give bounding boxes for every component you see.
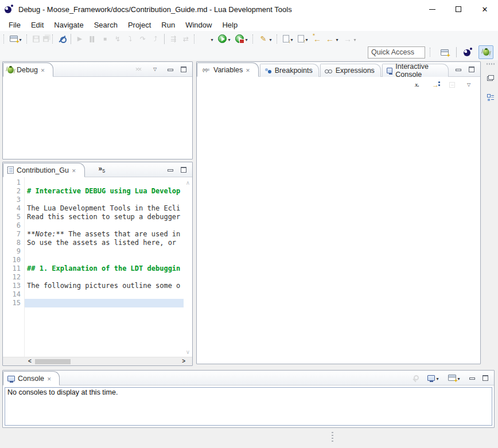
editor-vertical-scrollbar[interactable]	[184, 177, 192, 357]
display-selected-console-button[interactable]	[426, 372, 442, 384]
debug-dropdown-icon[interactable]	[209, 35, 215, 43]
scroll-up-icon[interactable]	[186, 178, 190, 186]
maximize-button[interactable]	[481, 372, 490, 384]
window-minimize-button[interactable]	[419, 0, 445, 18]
minimize-button[interactable]	[454, 63, 462, 76]
open-perspective-button[interactable]	[437, 45, 452, 59]
toolbar-separator	[71, 34, 71, 44]
next-annotation-button[interactable]	[281, 33, 296, 45]
code-line-current[interactable]	[25, 299, 192, 307]
step-return-button	[149, 33, 162, 45]
highlighter-dropdown-icon[interactable]	[268, 35, 273, 43]
scroll-left-icon[interactable]	[28, 358, 32, 364]
new-wizard-button[interactable]	[8, 33, 25, 45]
debug-icon	[200, 34, 209, 44]
show-logical-structures-button[interactable]	[429, 79, 442, 91]
minimize-button[interactable]	[166, 163, 174, 176]
code-area[interactable]: # Interactive DEBUG using Lua DevelopThe…	[25, 177, 192, 357]
close-icon[interactable]	[41, 66, 45, 74]
maximize-button[interactable]	[179, 163, 188, 176]
open-console-icon	[448, 375, 456, 381]
scroll-right-icon[interactable]	[182, 358, 185, 364]
window-close-button[interactable]	[472, 0, 498, 18]
view-menu-button[interactable]	[149, 63, 161, 76]
code-segment: # Interactive DEBUG using Lua Develop	[27, 187, 180, 195]
close-icon[interactable]	[72, 166, 76, 174]
menu-navigate[interactable]: Navigate	[49, 20, 88, 30]
code-line[interactable]: # Interactive DEBUG using Lua Develop	[25, 187, 192, 196]
menu-run[interactable]: Run	[156, 20, 180, 30]
scroll-down-icon[interactable]	[186, 348, 190, 356]
tab-contribution-guide[interactable]: Contribution_Gu	[3, 163, 85, 177]
menu-file[interactable]: File	[3, 20, 26, 30]
code-line[interactable]	[25, 178, 192, 187]
close-icon[interactable]	[47, 375, 52, 383]
tab-variables[interactable]: Variables	[197, 63, 259, 77]
menu-project[interactable]: Project	[123, 20, 156, 30]
minimize-icon	[429, 9, 435, 10]
highlighter-button[interactable]	[257, 33, 275, 45]
code-line[interactable]	[25, 221, 192, 230]
previous-annotation-button[interactable]	[296, 33, 311, 45]
minimize-button[interactable]	[166, 63, 174, 76]
open-console-button[interactable]	[446, 372, 463, 384]
last-edit-location-button[interactable]	[311, 33, 324, 45]
window-maximize-button[interactable]	[445, 0, 472, 18]
scrollbar-thumb[interactable]	[35, 359, 71, 364]
code-line[interactable]	[25, 247, 192, 256]
editor-body[interactable]: 123456789101112131415 # Interactive DEBU…	[3, 177, 192, 357]
run-dropdown-icon[interactable]	[227, 35, 232, 43]
view-menu-button[interactable]	[462, 79, 475, 91]
code-line[interactable]	[25, 196, 192, 204]
code-line[interactable]: The Lua Development Tools in the Ecli	[25, 204, 192, 213]
skip-all-breakpoints-button[interactable]	[57, 33, 68, 45]
line-number: 4	[3, 204, 24, 213]
restore-view-icon	[487, 75, 494, 81]
external-tools-button[interactable]	[234, 33, 251, 45]
external-tools-dropdown-icon[interactable]	[244, 35, 249, 43]
status-bar-grip[interactable]	[332, 432, 333, 442]
previous-annotation-icon	[298, 35, 304, 42]
debug-button[interactable]	[199, 33, 216, 45]
quick-access-input[interactable]: Quick Access	[368, 46, 425, 59]
outline-view-button[interactable]	[485, 91, 496, 104]
maximize-button[interactable]	[179, 63, 188, 76]
code-line[interactable]	[25, 290, 192, 299]
debug-perspective-button[interactable]	[478, 45, 493, 59]
hidden-editors-indicator[interactable]: »5	[99, 165, 106, 174]
code-line[interactable]: Read this section to setup a debugger	[25, 213, 192, 221]
trim-grip[interactable]	[487, 63, 495, 65]
tab-expressions[interactable]: Expressions	[320, 64, 381, 77]
back-dropdown-icon[interactable]	[334, 35, 340, 43]
close-icon[interactable]	[246, 66, 250, 74]
code-line[interactable]: **Note:** The assets that are used in	[25, 230, 192, 239]
tab-console[interactable]: Console	[3, 371, 60, 385]
lua-perspective-button[interactable]	[461, 45, 476, 59]
terminate-icon	[100, 34, 110, 44]
tab-breakpoints[interactable]: Breakpoints	[260, 64, 319, 77]
display-selected-console-dropdown-icon[interactable]	[435, 374, 440, 382]
back-button[interactable]	[324, 33, 341, 45]
show-type-names-button[interactable]	[411, 79, 423, 91]
code-line[interactable]	[25, 273, 192, 282]
menu-window[interactable]: Window	[180, 20, 217, 30]
outline-view-icon	[487, 94, 494, 101]
code-line[interactable]	[25, 256, 192, 264]
tab-debug[interactable]: Debug	[3, 63, 53, 77]
tab-interactive-console[interactable]: Interactive Console	[382, 64, 449, 77]
restore-view-button[interactable]	[485, 72, 496, 84]
run-button[interactable]	[216, 33, 234, 45]
minimize-button[interactable]	[468, 372, 476, 384]
toolbar-separator	[52, 34, 55, 44]
code-line[interactable]: ## 1. Explanation of the LDT debuggin	[25, 264, 192, 273]
menu-search[interactable]: Search	[89, 20, 123, 30]
code-line[interactable]: So use the assets as listed here, or	[25, 239, 192, 247]
step-over-icon	[138, 34, 147, 44]
menu-help[interactable]: Help	[217, 20, 243, 30]
line-number: 11	[3, 264, 24, 273]
code-segment: ## 1. Explanation of the LDT debuggin	[27, 264, 180, 272]
editor-horizontal-scrollbar[interactable]	[3, 357, 192, 365]
code-line[interactable]: The following pictures outline some o	[25, 282, 192, 290]
menu-edit[interactable]: Edit	[26, 20, 49, 30]
maximize-button[interactable]	[467, 63, 476, 76]
